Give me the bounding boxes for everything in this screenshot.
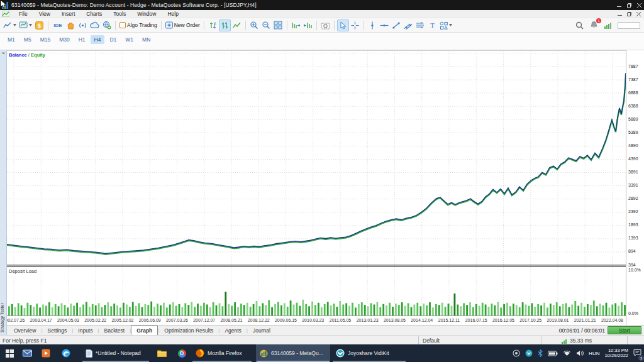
vertical-line-tool-button[interactable]	[367, 19, 379, 31]
deposit-load-chart[interactable]	[7, 267, 626, 317]
algo-trading-toggle[interactable]: Algo Trading	[118, 19, 158, 31]
title-bar: 63140059 - MetaQuotes-Demo: Demo Account…	[0, 0, 644, 10]
taskbar-task-metatrader[interactable]: 63140059 - MetaQu...	[256, 344, 330, 362]
tick-chart-button[interactable]: 1	[207, 19, 219, 31]
bluetooth-icon[interactable]	[538, 349, 543, 357]
deposit-funds-button[interactable]: $	[33, 19, 45, 31]
trendline-tool-button[interactable]	[391, 19, 402, 31]
date-axis-tick: 2016.12.05	[492, 318, 514, 322]
menu-help[interactable]: Help	[162, 10, 184, 18]
media-player-button[interactable]	[38, 344, 54, 362]
taskbar-task-firefox[interactable]: Mozilla Firefox	[192, 344, 252, 362]
timeframe-w1[interactable]: W1	[121, 35, 137, 44]
signals-button[interactable]	[77, 19, 89, 31]
menu-window[interactable]: Window	[131, 10, 162, 18]
ide-button[interactable]: IDE	[51, 19, 65, 31]
clock[interactable]: 10:33 PM 10/29/2022	[604, 348, 628, 359]
tester-tab-optimization-results[interactable]: Optimization Results	[159, 327, 218, 334]
zoom-out-button[interactable]	[260, 19, 272, 31]
chevron-down-icon	[13, 24, 16, 26]
child-minimize-button[interactable]	[618, 12, 622, 16]
chrome-browser-button[interactable]	[174, 344, 190, 362]
search-icon[interactable]	[575, 21, 584, 30]
connection-progress-box	[618, 22, 640, 29]
shift-chart-right-button[interactable]	[290, 19, 302, 31]
balance-chart[interactable]	[7, 50, 626, 265]
timeframe-m15[interactable]: M15	[36, 35, 55, 44]
tester-tab-agents[interactable]: Agents	[219, 327, 246, 334]
screenshot-button[interactable]	[319, 19, 331, 31]
toolbar: $ IDE Algo Trading New Order 1	[0, 18, 644, 33]
tester-tab-backtest[interactable]: Backtest	[99, 327, 130, 334]
chart-style-button[interactable]	[2, 19, 18, 31]
tester-tab-list: Overview|Settings|Inputs|Backtest|Graph|…	[9, 326, 275, 336]
restore-button[interactable]	[627, 3, 631, 8]
vidikit-tray-icon[interactable]	[525, 349, 533, 357]
new-order-button[interactable]: New Order	[164, 19, 201, 31]
timeframe-h4[interactable]: H4	[91, 35, 105, 44]
mail-app-button[interactable]	[19, 344, 35, 362]
menu-charts[interactable]: Charts	[80, 10, 108, 18]
zoom-in-button[interactable]	[248, 19, 260, 31]
value-axis-tick: 7387	[628, 77, 638, 82]
date-axis-tick: 2014.12.04	[411, 318, 433, 322]
mouse-cursor	[0, 0, 8, 9]
timeframe-h1[interactable]: H1	[75, 35, 89, 44]
battery-icon[interactable]	[548, 351, 558, 356]
taskbar-task-notepad[interactable]: *Untitled - Notepad	[82, 344, 150, 362]
speaker-icon[interactable]	[576, 350, 584, 356]
date-axis-tick: 2004.05.03	[57, 318, 79, 322]
close-button[interactable]	[637, 3, 641, 8]
horizontal-line-tool-button[interactable]	[379, 19, 391, 31]
menu-insert[interactable]: Insert	[56, 10, 80, 18]
value-axis-tick: 2892	[628, 196, 638, 200]
shift-chart-left-button[interactable]	[302, 19, 314, 31]
tester-tab-inputs[interactable]: Inputs	[73, 327, 97, 334]
crosshair-tool-button[interactable]	[349, 19, 361, 31]
timeframe-d1[interactable]: D1	[106, 35, 120, 44]
child-restore-button[interactable]	[627, 12, 631, 16]
tester-tab-journal[interactable]: Journal	[248, 327, 275, 334]
timeframe-m1[interactable]: M1	[4, 35, 19, 44]
language-indicator[interactable]: HUN	[589, 351, 599, 356]
tester-tab-graph[interactable]: Graph	[131, 326, 158, 336]
edge-browser-button[interactable]	[58, 344, 74, 362]
market-button[interactable]	[65, 19, 77, 31]
notifications-button[interactable]: 1	[590, 20, 598, 31]
screen-record-icon[interactable]	[513, 349, 520, 357]
minimize-button[interactable]	[617, 3, 621, 8]
network-icon[interactable]	[563, 350, 571, 356]
profile-selector[interactable]: Default	[423, 337, 440, 344]
child-close-button[interactable]	[636, 12, 641, 16]
file-explorer-button[interactable]	[153, 344, 170, 362]
equidistant-tool-button[interactable]	[414, 19, 426, 31]
channel-tool-button[interactable]	[402, 19, 414, 31]
menu-view[interactable]: View	[33, 10, 56, 18]
line-chart-mode-button[interactable]	[231, 19, 243, 31]
timeframe-m5[interactable]: M5	[20, 35, 35, 44]
timeframe-m30[interactable]: M30	[55, 35, 74, 44]
tester-tab-overview[interactable]: Overview	[9, 327, 41, 334]
value-axis-tick: 5389	[628, 130, 638, 134]
bar-chart-mode-button[interactable]	[219, 19, 231, 31]
tile-windows-button[interactable]	[272, 19, 284, 31]
timeframe-mn[interactable]: MN	[138, 35, 154, 44]
chart-window-button[interactable]	[18, 19, 33, 31]
start-menu-button[interactable]	[1, 344, 18, 362]
svg-text:$: $	[37, 22, 41, 28]
menu-tools[interactable]: Tools	[108, 10, 131, 18]
taskbar-task-joyoshare[interactable]: Joyoshare VidiKit	[332, 344, 406, 362]
cursor-tool-button[interactable]	[337, 19, 349, 31]
text-tool-button[interactable]: T	[426, 19, 438, 31]
cloud-button[interactable]	[89, 19, 101, 31]
start-button[interactable]: Start	[608, 326, 641, 334]
shapes-tool-button[interactable]	[438, 19, 453, 31]
close-tester-icon[interactable]: ×	[1, 50, 6, 56]
date-axis-tick: 2011.05.05	[330, 318, 352, 322]
svg-text:1: 1	[214, 21, 216, 25]
tester-tab-settings[interactable]: Settings	[43, 327, 72, 334]
menu-file[interactable]: File	[13, 10, 33, 18]
action-center-button[interactable]: 3	[633, 348, 641, 359]
vps-button[interactable]	[101, 19, 113, 31]
connection-status[interactable]	[604, 23, 611, 29]
